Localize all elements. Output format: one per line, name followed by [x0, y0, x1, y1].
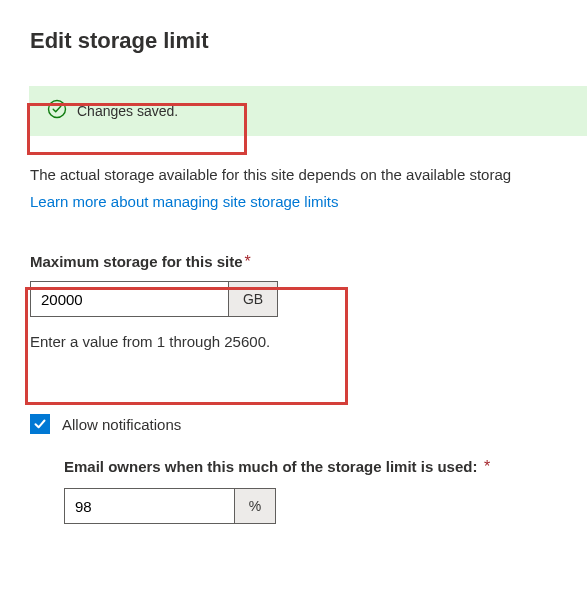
- svg-point-0: [49, 101, 66, 118]
- email-threshold-input[interactable]: [64, 488, 234, 524]
- checkmark-circle-icon: [47, 99, 67, 123]
- learn-more-link[interactable]: Learn more about managing site storage l…: [30, 193, 339, 210]
- max-storage-unit: GB: [228, 281, 278, 317]
- max-storage-input[interactable]: [30, 281, 228, 317]
- success-banner: Changes saved.: [29, 86, 587, 136]
- allow-notifications-checkbox[interactable]: [30, 414, 50, 434]
- page-title: Edit storage limit: [30, 28, 587, 54]
- email-threshold-unit: %: [234, 488, 276, 524]
- max-storage-label: Maximum storage for this site*: [30, 253, 587, 271]
- max-storage-hint: Enter a value from 1 through 25600.: [30, 333, 587, 350]
- banner-text: Changes saved.: [77, 103, 178, 119]
- required-indicator: *: [484, 458, 490, 475]
- description-text: The actual storage available for this si…: [30, 166, 587, 183]
- allow-notifications-label: Allow notifications: [62, 416, 181, 433]
- email-threshold-label: Email owners when this much of the stora…: [64, 458, 587, 476]
- required-indicator: *: [245, 253, 251, 270]
